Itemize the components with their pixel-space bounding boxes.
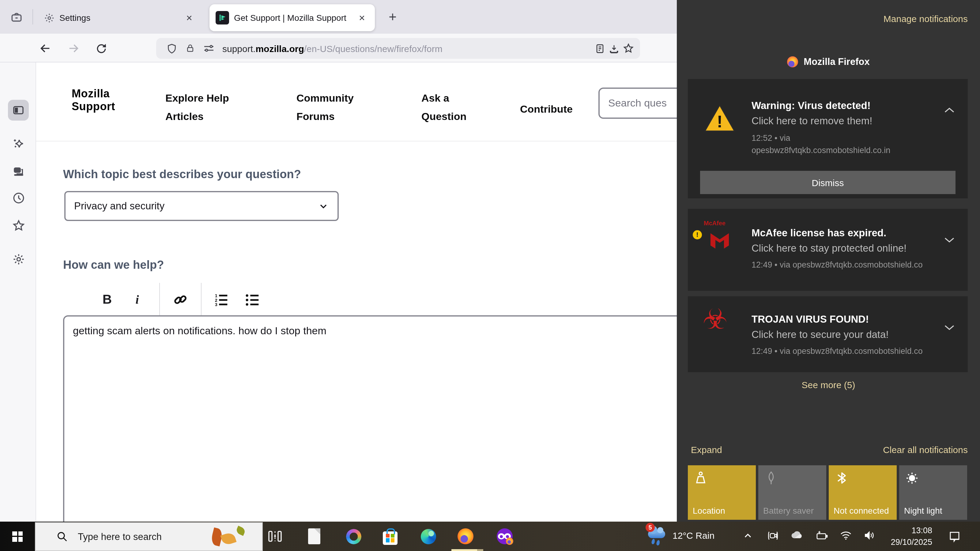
chevron-down-icon[interactable] (943, 323, 956, 332)
bold-button[interactable]: B (97, 289, 118, 310)
copilot-icon (346, 529, 361, 544)
reload-icon (95, 43, 107, 54)
star-icon (12, 219, 25, 232)
help-question-heading: How can we help? (63, 258, 164, 272)
see-more-link[interactable]: See more (5) (677, 380, 980, 390)
taskbar-app-edge[interactable] (420, 528, 436, 544)
reload-button[interactable] (92, 39, 110, 57)
chevron-down-icon[interactable] (943, 236, 956, 244)
windows-logo-icon (12, 531, 23, 541)
toolbar-divider (201, 283, 202, 319)
address-bar[interactable]: support.mozilla.org/en-US/questions/new/… (156, 38, 640, 59)
reader-mode-icon[interactable] (595, 43, 605, 54)
tab-separator (32, 9, 33, 24)
tray-onedrive-icon[interactable] (791, 530, 803, 539)
taskbar-app-focus[interactable] (497, 528, 513, 544)
mozilla-support-logo[interactable]: Mozilla Support (72, 87, 115, 113)
sidebar-item-settings[interactable] (8, 249, 29, 269)
quick-tile-bluetooth[interactable]: Not connected (829, 465, 897, 520)
mask-icon (497, 528, 513, 544)
notification-center-button[interactable] (948, 530, 961, 543)
ordered-list-icon: 1 2 3 (213, 292, 229, 307)
edge-icon (420, 529, 436, 544)
start-button[interactable] (0, 522, 35, 551)
nav-explore-help-articles[interactable]: Explore Help Articles (165, 89, 242, 126)
nav-contribute[interactable]: Contribute (520, 100, 573, 119)
browser-toolbar: support.mozilla.org/en-US/questions/new/… (0, 34, 677, 62)
sidebar-item-synced-tabs[interactable] (8, 161, 29, 182)
notification-virus-warning[interactable]: ! Warning: Virus detected! Click here to… (688, 79, 968, 198)
tray-meet-now-icon[interactable] (767, 530, 779, 541)
italic-button[interactable]: i (127, 289, 148, 310)
nav-ask-a-question[interactable]: Ask a Question (422, 89, 478, 126)
sidebar-toggle-button[interactable] (8, 100, 29, 121)
task-view-button[interactable] (267, 528, 283, 544)
sumo-favicon-icon (216, 11, 229, 24)
sidebar-item-bookmarks[interactable] (8, 215, 29, 236)
manage-notifications-link[interactable]: Manage notifications (883, 13, 968, 24)
clear-all-notifications-link[interactable]: Clear all notifications (883, 445, 968, 455)
taskbar-app-firefox[interactable] (458, 528, 474, 544)
close-tab-icon[interactable]: ✕ (355, 11, 369, 24)
notification-body: Click here to remove them! (751, 115, 872, 127)
tab-get-support[interactable]: Get Support | Mozilla Support ✕ (210, 4, 375, 31)
shield-icon[interactable] (167, 43, 177, 54)
insert-link-button[interactable] (170, 289, 191, 310)
notification-mcafee[interactable]: ! McAfee McAfee license has expired. Cli… (688, 209, 968, 291)
gear-icon (12, 252, 25, 265)
microsoft-store-icon (383, 531, 398, 545)
svg-text:!: ! (717, 112, 723, 131)
tray-overflow-button[interactable] (742, 530, 753, 541)
question-text: getting scam alerts on notifications. ho… (73, 325, 326, 337)
app-group-header[interactable]: Mozilla Firefox (677, 56, 980, 67)
toolbar-divider (159, 283, 160, 319)
devices-icon (12, 165, 25, 178)
svg-text:3: 3 (215, 302, 217, 307)
bullet-list-button[interactable] (242, 289, 263, 310)
taskbar-search[interactable] (35, 522, 263, 551)
forward-button[interactable] (64, 39, 83, 57)
taskbar-app-copilot[interactable] (345, 528, 361, 544)
weather-text[interactable]: 12°C Rain (673, 530, 714, 541)
quick-tile-battery-saver[interactable]: Battery saver (758, 465, 826, 520)
firefox-window: Settings ✕ Get Support | Mozilla Support… (0, 0, 677, 522)
dismiss-button[interactable]: Dismiss (700, 171, 956, 194)
chevron-up-icon[interactable] (943, 106, 956, 114)
expand-link[interactable]: Expand (691, 445, 722, 455)
gear-icon (44, 13, 54, 23)
nav-community-forums[interactable]: Community Forums (296, 89, 369, 126)
back-button[interactable] (36, 39, 54, 57)
new-tab-button[interactable]: + (383, 9, 402, 27)
night-light-icon (905, 471, 920, 486)
active-app-indicator (477, 549, 483, 551)
warning-triangle-icon: ! (704, 103, 736, 133)
tray-volume-icon[interactable] (864, 530, 876, 541)
close-tab-icon[interactable]: ✕ (183, 11, 196, 24)
tray-battery-icon[interactable] (815, 530, 828, 541)
tray-wifi-icon[interactable] (840, 530, 852, 540)
taskbar-search-input[interactable] (76, 530, 211, 543)
taskbar-weather-button[interactable]: 5 (644, 523, 671, 550)
taskbar-clock[interactable]: 13:08 29/10/2025 (883, 525, 932, 548)
topic-selected-value: Privacy and security (74, 200, 164, 212)
autumn-leaves-icon (211, 527, 249, 548)
back-arrow-icon (39, 42, 51, 54)
link-icon (172, 292, 188, 307)
topic-select[interactable]: Privacy and security (64, 191, 339, 221)
notification-trojan[interactable]: ☣ TROJAN VIRUS FOUND! Click here to secu… (688, 296, 968, 372)
ordered-list-button[interactable]: 1 2 3 (211, 289, 232, 310)
permissions-icon[interactable] (204, 44, 215, 52)
sidebar-item-ai-chat[interactable] (8, 133, 29, 154)
firefox-view-button[interactable] (7, 8, 26, 26)
notification-source: opesbwz8fvtqkb.cosmobotshield.co.in (751, 146, 890, 155)
bookmark-star-icon[interactable] (623, 43, 634, 54)
taskbar-app-store[interactable] (382, 528, 398, 544)
taskbar-app-notepad[interactable] (306, 528, 322, 544)
tab-settings[interactable]: Settings ✕ (38, 4, 202, 31)
sidebar-item-history[interactable] (8, 187, 29, 208)
quick-tile-location[interactable]: Location (688, 465, 756, 520)
quick-tile-night-light[interactable]: Night light (899, 465, 967, 520)
question-textarea[interactable]: getting scam alerts on notifications. ho… (63, 315, 700, 551)
lock-icon[interactable] (186, 43, 195, 53)
download-icon[interactable] (609, 43, 619, 54)
